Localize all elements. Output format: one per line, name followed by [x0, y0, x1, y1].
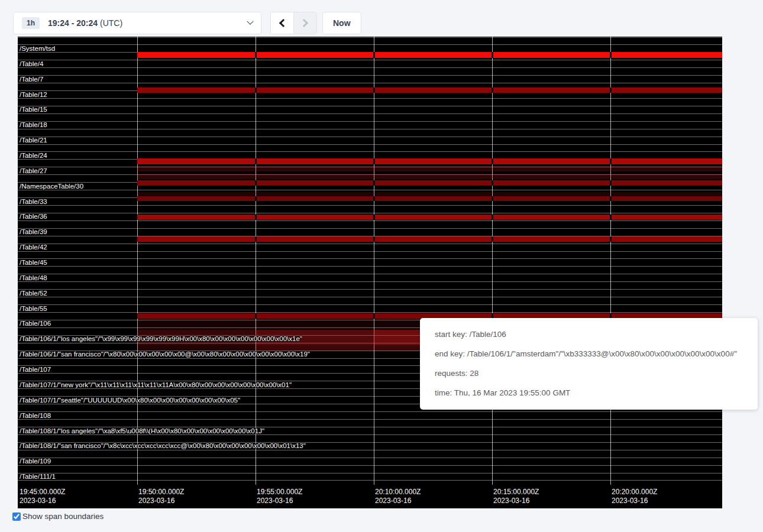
heat-band [137, 215, 722, 220]
show-span-boundaries-label: Show span boundaries [22, 512, 104, 521]
x-axis-label: 20:20:00.000Z2023-03-16 [612, 488, 657, 505]
span-boundary-line [18, 60, 722, 60]
span-boundary-line [18, 480, 722, 481]
row-label: /Table/107/1/"new york"/"\x11\x11\x11\x1… [20, 381, 292, 388]
next-time-button[interactable] [294, 12, 316, 34]
row-label: /Table/109 [20, 458, 51, 465]
span-boundary-line [18, 129, 722, 129]
x-axis-time: 20:15:00.000Z [493, 488, 539, 497]
span-boundary-line [18, 244, 722, 244]
span-boundary-line [18, 458, 722, 458]
heat-band [137, 236, 722, 242]
heat-band [137, 180, 722, 186]
tooltip-line: time: Thu, 16 Mar 2023 19:55:00 GMT [435, 389, 743, 397]
row-label: /Table/45 [20, 259, 47, 266]
span-boundary-line [18, 289, 722, 290]
row-label: /Table/108/1/"los angeles"/"\xa8\xf5\u00… [20, 427, 264, 434]
row-label: /Table/107/1/"seattle"/"UUUUUUD\x00\x80\… [20, 397, 240, 404]
span-boundary-line [18, 213, 722, 213]
x-axis-time: 20:20:00.000Z [612, 488, 657, 497]
heat-band-gap [255, 180, 257, 186]
span-boundary-line [18, 465, 722, 466]
time-range-duration-badge: 1h [22, 17, 40, 29]
span-boundary-line [18, 266, 722, 267]
row-label: /Table/33 [20, 198, 47, 205]
prev-time-button[interactable] [271, 12, 294, 34]
row-label: /Table/12 [20, 91, 47, 98]
x-axis-label: 19:55:00.000Z2023-03-16 [257, 488, 302, 505]
span-boundary-line [18, 83, 722, 83]
heat-band-gap [373, 158, 375, 164]
span-boundary-line [18, 473, 722, 473]
span-boundary-line [18, 67, 722, 68]
heat-band-gap [255, 236, 257, 242]
row-label: /Table/108 [20, 412, 51, 419]
show-span-boundaries-checkbox[interactable] [12, 512, 21, 521]
heat-band [137, 345, 256, 351]
heatmap-canvas[interactable]: /System/tsd/Table/4/Table/7/Table/12/Tab… [18, 37, 722, 508]
column-boundary-line [256, 37, 256, 485]
span-boundary-line [18, 205, 722, 206]
row-label: /System/tsd [20, 45, 55, 52]
time-range-text: 19:24 - 20:24 (UTC) [48, 18, 122, 28]
heat-band-gap [255, 87, 257, 93]
heat-band-gap [610, 236, 612, 242]
row-label: /Table/48 [20, 274, 47, 281]
heat-band-gap [373, 180, 375, 186]
row-label: /Table/111/1 [20, 473, 56, 480]
heat-band [137, 174, 722, 179]
span-boundary-line [18, 106, 722, 106]
heat-band-gap [255, 215, 257, 220]
now-button[interactable]: Now [322, 12, 361, 34]
x-axis-time: 19:45:00.000Z [20, 488, 65, 497]
heat-band-gap [373, 87, 375, 93]
span-boundary-line [18, 251, 722, 252]
heat-band-gap [492, 236, 493, 242]
x-axis-time: 20:10:00.000Z [375, 488, 421, 497]
chevron-down-icon [247, 18, 253, 25]
x-axis-date: 2023-03-16 [138, 497, 184, 505]
heat-band [137, 52, 722, 58]
time-range-timezone: (UTC) [98, 18, 122, 28]
span-boundary-line [18, 312, 722, 313]
row-label: /Table/52 [20, 290, 47, 297]
row-label: /Table/42 [20, 244, 47, 251]
heat-band [137, 192, 722, 196]
row-label: /Table/24 [20, 152, 47, 159]
column-boundary-line [610, 37, 611, 485]
span-boundary-line [18, 281, 722, 282]
toolbar: 1h 19:24 - 20:24 (UTC) Now [0, 0, 763, 37]
heat-band-gap [610, 87, 612, 93]
hover-tooltip: start key: /Table/106end key: /Table/106… [420, 318, 758, 410]
row-label: /Table/36 [20, 213, 47, 220]
x-axis-label: 20:15:00.000Z2023-03-16 [493, 488, 539, 505]
heat-band-gap [610, 215, 612, 220]
heat-band-gap [373, 236, 375, 242]
span-boundary-line [18, 450, 722, 450]
row-label: /Table/106/1/"san francisco"/"\x80\x00\x… [20, 351, 310, 358]
heat-band-gap [492, 52, 493, 58]
x-axis-label: 19:50:00.000Z2023-03-16 [138, 488, 184, 505]
span-boundary-line [18, 137, 722, 137]
key-visualizer-page: 1h 19:24 - 20:24 (UTC) Now /System/tsd/T… [0, 0, 763, 532]
time-range-dropdown[interactable]: 1h 19:24 - 20:24 (UTC) [13, 12, 261, 34]
span-boundary-line [18, 274, 722, 274]
x-axis-date: 2023-03-16 [375, 497, 421, 505]
x-axis-label: 20:10:00.000Z2023-03-16 [375, 488, 421, 505]
span-boundary-line [18, 151, 722, 152]
row-label: /Table/21 [20, 137, 47, 144]
row-label: /Table/4 [20, 60, 43, 67]
span-boundary-line [18, 37, 722, 38]
row-label: /Table/108/1/"san francisco"/"\x8c\xcc\x… [20, 442, 306, 449]
row-label: /Table/7 [20, 76, 43, 83]
row-label: /Table/18 [20, 121, 47, 128]
heat-band-gap [255, 196, 257, 201]
row-label: /Table/39 [20, 228, 47, 235]
column-boundary-line [137, 37, 138, 485]
tooltip-line: requests: 28 [435, 369, 743, 378]
span-boundary-line [18, 113, 722, 114]
span-boundary-line [18, 44, 722, 45]
span-boundary-line [18, 220, 722, 221]
heat-band-gap [610, 180, 612, 186]
row-label: /Table/106 [20, 320, 51, 327]
